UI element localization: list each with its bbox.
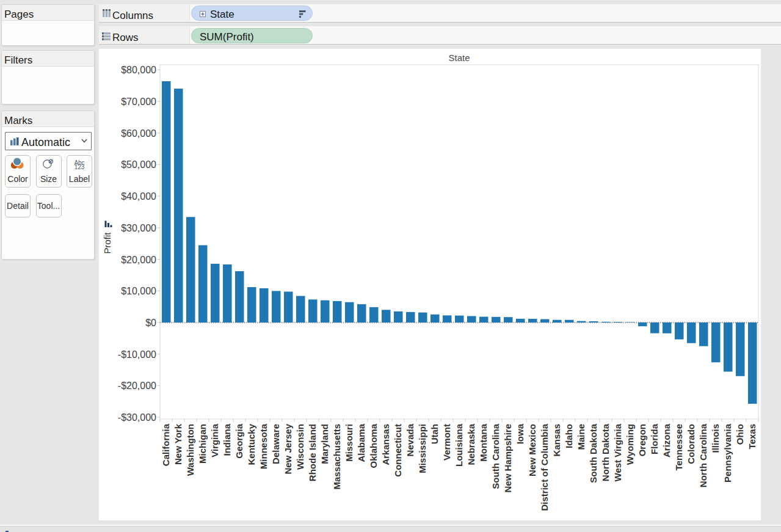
svg-text:Mississippi: Mississippi [417,424,427,473]
svg-text:Wisconsin: Wisconsin [295,424,305,470]
svg-text:Kansas: Kansas [551,424,562,456]
svg-text:North Dakota: North Dakota [600,423,611,481]
svg-text:$60,000: $60,000 [121,128,156,139]
svg-text:Nevada: Nevada [405,423,415,456]
svg-text:Iowa: Iowa [515,423,525,444]
svg-text:$20,000: $20,000 [121,255,156,265]
svg-text:Kentucky: Kentucky [246,423,256,465]
svg-text:Virginia: Virginia [209,423,220,457]
svg-text:Pennsylvania: Pennsylvania [722,423,733,483]
svg-text:South Carolina: South Carolina [490,423,501,489]
svg-text:North Carolina: North Carolina [698,423,708,487]
svg-text:$0: $0 [145,318,156,328]
svg-text:South Dakota: South Dakota [588,423,598,483]
svg-text:Ohio: Ohio [735,424,745,445]
svg-text:New Jersey: New Jersey [283,423,293,474]
svg-text:$10,000: $10,000 [121,286,156,296]
svg-text:Rhode Island: Rhode Island [307,424,318,481]
svg-text:New Hampshire: New Hampshire [503,424,513,493]
svg-text:$30,000: $30,000 [121,223,156,233]
svg-text:-$20,000: -$20,000 [118,381,156,391]
svg-text:Alabama: Alabama [356,423,366,462]
svg-text:State: State [448,53,470,63]
svg-text:Georgia: Georgia [234,423,244,458]
svg-text:Washington: Washington [185,424,195,476]
svg-text:Texas: Texas [747,424,757,449]
svg-text:Maine: Maine [576,424,586,450]
svg-text:Illinois: Illinois [710,424,721,453]
svg-text:Tennessee: Tennessee [674,424,684,470]
svg-text:Arkansas: Arkansas [380,424,391,465]
svg-text:Massachusetts: Massachusetts [332,424,342,490]
svg-text:Oklahoma: Oklahoma [368,423,379,468]
svg-text:Colorado: Colorado [686,424,696,464]
svg-text:New York: New York [173,423,183,465]
svg-text:$80,000: $80,000 [121,65,156,75]
svg-text:Vermont: Vermont [441,424,452,461]
svg-text:Delaware: Delaware [271,424,281,464]
svg-text:Missouri: Missouri [344,424,354,462]
svg-text:Montana: Montana [478,423,489,461]
svg-text:Utah: Utah [429,424,440,444]
svg-text:Michigan: Michigan [197,424,208,464]
svg-text:-$10,000: -$10,000 [118,349,156,360]
svg-text:Idaho: Idaho [564,424,574,448]
svg-text:Wyoming: Wyoming [625,424,635,465]
svg-text:$50,000: $50,000 [121,159,156,170]
svg-text:Indiana: Indiana [222,423,232,456]
svg-text:District of Columbia: District of Columbia [539,423,550,511]
svg-text:Louisiana: Louisiana [454,423,464,467]
svg-text:$40,000: $40,000 [121,191,156,202]
svg-text:Florida: Florida [649,423,659,454]
svg-text:-$30,000: -$30,000 [118,412,156,423]
svg-text:West Virginia: West Virginia [612,423,623,481]
svg-text:New Mexico: New Mexico [527,424,537,476]
svg-text:Profit: Profit [102,232,112,254]
svg-text:Oregon: Oregon [637,424,647,456]
svg-text:Nebraska: Nebraska [466,423,476,465]
svg-text:Connecticut: Connecticut [393,424,403,477]
svg-text:California: California [161,423,171,466]
svg-text:$70,000: $70,000 [121,97,156,107]
svg-text:Maryland: Maryland [319,424,330,464]
svg-text:Arizona: Arizona [661,423,672,457]
svg-text:Minnesota: Minnesota [258,423,269,469]
